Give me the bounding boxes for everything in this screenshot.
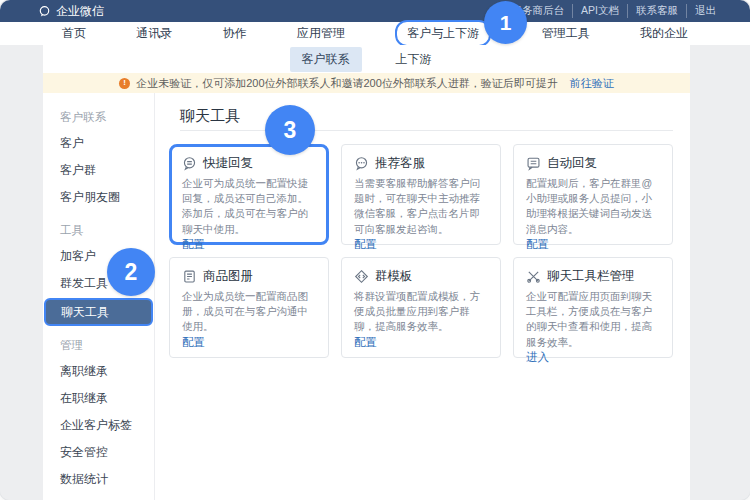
app-window: 企业微信 服务商后台 API文档 联系客服 退出 首页 通讯录 协作 应用管理 … [0, 0, 750, 500]
card-desc: 企业可配置应用页面到聊天工具栏，方便成员在与客户的聊天中查看和使用，提高服务效率… [526, 289, 660, 350]
sidebar: 客户联系 客户 客户群 客户朋友圈 工具 加客户 群发工具 聊天工具 管理 离职… [43, 93, 155, 500]
card-desc: 配置规则后，客户在群里@小助理或服务人员提问，小助理将根据关键词自动发送消息内容… [526, 176, 660, 237]
chat-round-dots-icon [354, 156, 369, 171]
sidebar-item-security-control[interactable]: 安全管控 [43, 439, 154, 466]
chat-round-lines-icon [182, 156, 197, 171]
main-content: 聊天工具 [155, 93, 690, 500]
recommend-service-configure-link[interactable]: 配置 [354, 237, 488, 252]
sidebar-item-customer-tags[interactable]: 企业客户标签 [43, 412, 154, 439]
nav-item-my-company[interactable]: 我的企业 [640, 25, 688, 42]
verification-warning-banner: ! 企业未验证，仅可添加200位外部联系人和邀请200位外部联系人进群，验证后即… [43, 73, 690, 93]
main-nav: 首页 通讯录 协作 应用管理 客户与上下游 管理工具 我的企业 [0, 22, 750, 45]
chat-square-lines-icon [526, 156, 541, 171]
card-desc: 当需要客服帮助解答客户问题时，可在聊天中主动推荐微信客服，客户点击名片即可向客服… [354, 176, 488, 237]
nav-item-collaboration[interactable]: 协作 [223, 25, 247, 42]
sidebar-item-customer-moments[interactable]: 客户朋友圈 [43, 184, 154, 211]
nav-item-admin-tools[interactable]: 管理工具 [542, 25, 590, 42]
annotation-badge-1: 1 [484, 1, 527, 44]
sidebar-group-management: 管理 离职继承 在职继承 企业客户标签 安全管控 数据统计 [43, 333, 154, 493]
card-title: 群模板 [375, 268, 413, 285]
annotation-badge-3: 3 [265, 105, 315, 155]
link-contact-support[interactable]: 联系客服 [627, 4, 686, 18]
card-title: 自动回复 [547, 155, 597, 172]
product-catalog-configure-link[interactable]: 配置 [182, 335, 316, 350]
sidebar-item-onjob-handover[interactable]: 在职继承 [43, 385, 154, 412]
card-chat-toolbar-manage: 聊天工具栏管理 企业可配置应用页面到聊天工具栏，方便成员在与客户的聊天中查看和使… [513, 257, 673, 358]
sidebar-item-customers[interactable]: 客户 [43, 130, 154, 157]
card-title-row: 群模板 [354, 268, 488, 284]
card-title: 推荐客服 [375, 155, 425, 172]
cards-grid: 快捷回复 企业可为成员统一配置快捷回复，成员还可自己添加。添加后，成员可在与客户… [169, 144, 673, 358]
sidebar-section-title: 工具 [43, 218, 154, 243]
card-title: 聊天工具栏管理 [547, 268, 635, 285]
tab-upstream-downstream[interactable]: 上下游 [384, 47, 444, 72]
top-bar: 企业微信 服务商后台 API文档 联系客服 退出 [0, 0, 750, 22]
nav-item-customers-upstream[interactable]: 客户与上下游 [395, 20, 491, 47]
go-verify-link[interactable]: 前往验证 [570, 76, 614, 91]
auto-reply-configure-link[interactable]: 配置 [526, 237, 660, 252]
nav-item-home[interactable]: 首页 [62, 25, 86, 42]
card-recommend-service: 推荐客服 当需要客服帮助解答客户问题时，可在聊天中主动推荐微信客服，客户点击名片… [341, 144, 501, 245]
title-divider [180, 130, 673, 131]
card-title: 快捷回复 [203, 155, 253, 172]
toolbar-manage-icon [526, 269, 541, 284]
card-title-row: 商品图册 [182, 268, 316, 284]
logo-text: 企业微信 [56, 3, 104, 20]
chat-bubble-logo-icon [38, 5, 51, 18]
warning-icon: ! [119, 78, 130, 89]
sidebar-item-statistics[interactable]: 数据统计 [43, 466, 154, 493]
card-desc: 企业可为成员统一配置快捷回复，成员还可自己添加。添加后，成员可在与客户的聊天中使… [182, 176, 316, 237]
annotation-badge-2: 2 [107, 248, 155, 296]
card-desc: 企业为成员统一配置商品图册，成员可在与客户沟通中使用。 [182, 289, 316, 335]
chat-toolbar-enter-link[interactable]: 进入 [526, 350, 660, 365]
card-title-row: 快捷回复 [182, 155, 316, 171]
sidebar-item-resigned-handover[interactable]: 离职继承 [43, 358, 154, 385]
group-template-configure-link[interactable]: 配置 [354, 335, 488, 350]
sidebar-item-chat-tools[interactable]: 聊天工具 [44, 298, 153, 326]
top-links: 服务商后台 API文档 联系客服 退出 [504, 4, 724, 18]
tab-customer-contact[interactable]: 客户联系 [290, 47, 362, 72]
sidebar-group-customer-contact: 客户联系 客户 客户群 客户朋友圈 [43, 105, 154, 211]
panel-body: 客户联系 客户 客户群 客户朋友圈 工具 加客户 群发工具 聊天工具 管理 离职… [43, 93, 690, 500]
sub-tab-strip: 客户联系 上下游 [43, 45, 690, 73]
sidebar-item-customer-groups[interactable]: 客户群 [43, 157, 154, 184]
card-title: 商品图册 [203, 268, 253, 285]
nav-item-apps[interactable]: 应用管理 [297, 25, 345, 42]
link-api-docs[interactable]: API文档 [572, 4, 627, 18]
template-diamond-icon [354, 269, 369, 284]
card-title-row: 聊天工具栏管理 [526, 268, 660, 284]
nav-item-contacts[interactable]: 通讯录 [136, 25, 172, 42]
card-product-catalog: 商品图册 企业为成员统一配置商品图册，成员可在与客户沟通中使用。 配置 [169, 257, 329, 358]
card-auto-reply: 自动回复 配置规则后，客户在群里@小助理或服务人员提问，小助理将根据关键词自动发… [513, 144, 673, 245]
catalog-icon [182, 269, 197, 284]
link-logout[interactable]: 退出 [686, 4, 724, 18]
card-group-template: 群模板 将群设置项配置成模板，方便成员批量应用到客户群聊，提高服务效率。 配置 [341, 257, 501, 358]
card-title-row: 自动回复 [526, 155, 660, 171]
warning-text: 企业未验证，仅可添加200位外部联系人和邀请200位外部联系人进群，验证后即可提… [136, 76, 558, 91]
quick-reply-configure-link[interactable]: 配置 [182, 237, 316, 252]
wecom-logo[interactable]: 企业微信 [38, 3, 104, 20]
card-desc: 将群设置项配置成模板，方便成员批量应用到客户群聊，提高服务效率。 [354, 289, 488, 335]
sidebar-section-title: 客户联系 [43, 105, 154, 130]
page-title: 聊天工具 [180, 107, 673, 127]
card-title-row: 推荐客服 [354, 155, 488, 171]
sidebar-section-title: 管理 [43, 333, 154, 358]
card-quick-reply: 快捷回复 企业可为成员统一配置快捷回复，成员还可自己添加。添加后，成员可在与客户… [169, 144, 329, 245]
